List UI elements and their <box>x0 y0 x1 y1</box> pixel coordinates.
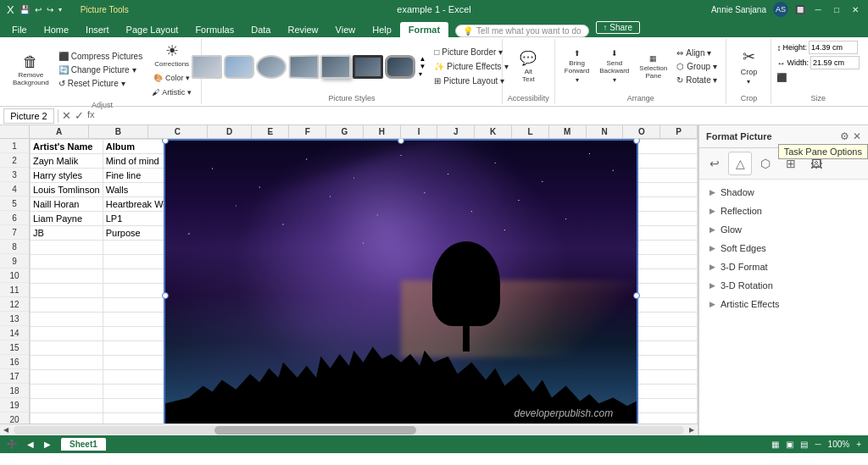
picture-border-button[interactable]: □ Picture Border ▾ <box>431 46 511 58</box>
tab-page-layout[interactable]: Page Layout <box>118 22 187 37</box>
minimize-button[interactable]: ─ <box>812 3 824 15</box>
tab-insert[interactable]: Insert <box>77 22 118 37</box>
zoom-in-button[interactable]: + <box>856 440 861 449</box>
pic-style-7[interactable] <box>385 55 415 79</box>
panel-settings-button[interactable]: ⚙ <box>840 130 849 142</box>
tab-format[interactable]: Format <box>400 22 448 37</box>
pic-style-4[interactable] <box>289 54 320 79</box>
confirm-formula-icon[interactable]: ✓ <box>75 109 84 122</box>
tab-file[interactable]: File <box>3 22 36 37</box>
style-scroll-up[interactable]: ▲ <box>419 55 426 63</box>
more-quick-access-icon[interactable]: ▾ <box>58 6 62 14</box>
3d-rotation-effect-item[interactable]: ▶ 3-D Rotation <box>699 276 868 295</box>
crop-button[interactable]: ✂ Crop ▾ <box>732 45 765 88</box>
redo-icon[interactable]: ↪ <box>47 5 53 14</box>
zoom-out-button[interactable]: ─ <box>815 440 821 449</box>
tab-review[interactable]: Review <box>279 22 326 37</box>
ribbon-display-icon[interactable]: 🔲 <box>795 5 805 14</box>
soft-edges-effect-item[interactable]: ▶ Soft Edges <box>699 239 868 257</box>
row-num-2[interactable]: 2 <box>0 153 29 168</box>
cell-a5[interactable]: Naill Horan <box>31 197 103 212</box>
row-num-8[interactable]: 8 <box>0 240 29 254</box>
compress-pictures-button[interactable]: ⬛ Compress Pictures <box>55 50 146 63</box>
selected-image[interactable]: developerpublish.com <box>164 139 638 423</box>
picture-effects-button[interactable]: ✨ Picture Effects ▾ <box>431 60 511 73</box>
sheet-tab-scroll-right[interactable]: ▶ <box>44 440 51 449</box>
selection-pane-button[interactable]: ▦ SelectionPane <box>635 52 671 82</box>
col-header-b[interactable]: B <box>89 125 148 138</box>
row-num-4[interactable]: 4 <box>0 182 29 197</box>
pic-style-5[interactable] <box>320 55 351 79</box>
row-num-18[interactable]: 18 <box>0 384 29 398</box>
cell-a7[interactable]: JB <box>31 226 103 241</box>
scroll-track[interactable] <box>14 426 684 435</box>
group-button[interactable]: ⬡ Group ▾ <box>673 60 721 73</box>
color-button[interactable]: 🎨 Color ▾ <box>147 71 196 85</box>
tab-formulas[interactable]: Formulas <box>186 22 242 37</box>
reflection-effect-item[interactable]: ▶ Reflection <box>699 202 868 220</box>
size-dialog-launcher[interactable]: ⬛ <box>776 73 787 82</box>
col-header-n[interactable]: N <box>587 125 624 138</box>
tab-data[interactable]: Data <box>242 22 279 37</box>
restore-button[interactable]: □ <box>831 3 843 15</box>
panel-close-button[interactable]: ✕ <box>853 130 861 142</box>
pic-style-1[interactable] <box>192 55 222 79</box>
cell-a1[interactable]: Artist's Name <box>31 140 103 154</box>
tab-home[interactable]: Home <box>36 22 77 37</box>
col-header-g[interactable]: G <box>326 125 364 138</box>
row-num-3[interactable]: 3 <box>0 168 29 182</box>
scroll-right-arrow[interactable]: ▶ <box>686 424 698 436</box>
cell-a6[interactable]: Liam Payne <box>31 212 103 226</box>
row-num-14[interactable]: 14 <box>0 326 29 340</box>
remove-background-button[interactable]: 🗑 RemoveBackground <box>8 52 53 89</box>
handle-middle-right[interactable] <box>633 292 640 299</box>
cancel-formula-icon[interactable]: ✕ <box>62 109 71 122</box>
undo-icon[interactable]: ↩ <box>35 5 42 14</box>
name-box[interactable] <box>3 108 54 124</box>
pic-style-3[interactable] <box>256 55 287 79</box>
height-input[interactable] <box>809 41 858 54</box>
normal-view-icon[interactable]: ▦ <box>771 440 779 449</box>
col-header-k[interactable]: K <box>475 125 512 138</box>
sheet-tab-sheet1[interactable]: Sheet1 <box>61 438 106 451</box>
col-header-h[interactable]: H <box>364 125 401 138</box>
tab-help[interactable]: Help <box>364 22 400 37</box>
picture-layout-button[interactable]: ⊞ Picture Layout ▾ <box>431 75 511 87</box>
tab-view[interactable]: View <box>327 22 364 37</box>
format-tab-fill-line[interactable]: △ <box>728 152 752 175</box>
insert-function-icon[interactable]: fx <box>87 109 95 122</box>
pic-style-2[interactable] <box>224 55 254 79</box>
artistic-effects-item[interactable]: ▶ Artistic Effects <box>699 295 868 313</box>
col-header-f[interactable]: F <box>289 125 326 138</box>
row-num-19[interactable]: 19 <box>0 398 29 412</box>
col-header-c[interactable]: C <box>148 125 208 138</box>
row-num-6[interactable]: 6 <box>0 211 29 225</box>
rotate-button[interactable]: ↻ Rotate ▾ <box>673 74 721 86</box>
page-layout-view-icon[interactable]: ▣ <box>786 440 793 449</box>
sheet-tab-scroll-left[interactable]: ◀ <box>27 440 34 449</box>
width-input[interactable] <box>810 56 860 69</box>
row-num-5[interactable]: 5 <box>0 197 29 211</box>
row-num-9[interactable]: 9 <box>0 254 29 268</box>
align-button[interactable]: ⇔ Align ▾ <box>673 47 721 59</box>
row-num-13[interactable]: 13 <box>0 312 29 326</box>
send-backward-button[interactable]: ⬇ SendBackward ▾ <box>595 47 633 86</box>
scroll-left-arrow[interactable]: ◀ <box>0 424 12 436</box>
cell-a4[interactable]: Louis Tomlinson <box>31 183 103 197</box>
horizontal-scrollbar[interactable]: ◀ ▶ <box>0 423 698 435</box>
col-header-o[interactable]: O <box>623 125 660 138</box>
cell-a2[interactable]: Zayn Malik <box>31 154 103 169</box>
row-num-11[interactable]: 11 <box>0 283 29 297</box>
format-tab-back[interactable]: ↩ <box>703 152 726 175</box>
col-header-l[interactable]: L <box>512 125 549 138</box>
row-num-12[interactable]: 12 <box>0 297 29 312</box>
share-button[interactable]: ↑ Share <box>596 21 640 34</box>
page-break-view-icon[interactable]: ▤ <box>800 440 808 449</box>
close-button[interactable]: ✕ <box>849 3 861 15</box>
style-more[interactable]: ▾ <box>419 70 426 78</box>
col-header-m[interactable]: M <box>549 125 587 138</box>
artistic-effects-button[interactable]: 🖌 Artistic ▾ <box>147 86 196 99</box>
scroll-thumb[interactable] <box>214 426 415 435</box>
formula-input[interactable] <box>98 111 865 121</box>
col-header-d[interactable]: D <box>208 125 253 138</box>
